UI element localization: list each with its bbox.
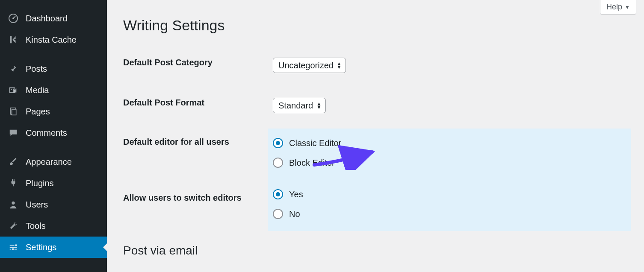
sidebar-item-label: Media: [26, 85, 49, 95]
sidebar-item-label: Settings: [26, 243, 56, 252]
sidebar-item-kinsta-cache[interactable]: Kinsta Cache: [0, 29, 107, 50]
radio-icon: [273, 209, 283, 219]
sidebar-item-label: Users: [26, 200, 48, 210]
sidebar-item-label: Comments: [26, 128, 67, 138]
radio-label: Block Editor: [289, 158, 335, 168]
dashboard-icon: [8, 13, 19, 24]
sidebar-item-users[interactable]: Users: [0, 194, 107, 215]
sidebar-item-tools[interactable]: Tools: [0, 215, 107, 237]
sidebar-item-dashboard[interactable]: Dashboard: [0, 8, 107, 29]
svg-point-6: [12, 202, 15, 205]
main-content: Help ▼ Writing Settings Default Post Cat…: [107, 0, 644, 272]
help-label: Help: [606, 3, 622, 12]
sidebar-item-label: Dashboard: [26, 14, 68, 23]
default-post-format-select[interactable]: Standard: [273, 98, 326, 113]
sidebar-item-label: Plugins: [26, 178, 54, 188]
user-icon: [8, 199, 19, 210]
caret-down-icon: ▼: [625, 4, 630, 10]
help-button[interactable]: Help ▼: [600, 0, 636, 15]
switch-no-option[interactable]: No: [273, 209, 626, 219]
default-post-format-label: Default Post Format: [123, 91, 273, 120]
sidebar-item-label: Appearance: [26, 157, 72, 167]
sidebar-item-pages[interactable]: Pages: [0, 101, 107, 122]
sidebar-item-appearance[interactable]: Appearance: [0, 151, 107, 173]
pages-icon: [8, 106, 19, 117]
radio-label: Yes: [289, 190, 303, 199]
default-post-category-label: Default Post Category: [123, 51, 273, 80]
radio-icon: [273, 189, 283, 199]
sidebar-item-label: Pages: [26, 107, 50, 117]
editor-block-option[interactable]: Block Editor: [273, 158, 626, 168]
page-title: Writing Settings: [123, 17, 631, 34]
radio-label: No: [289, 209, 300, 219]
sliders-icon: [8, 242, 19, 253]
media-icon: [8, 85, 19, 96]
svg-rect-5: [12, 109, 16, 115]
default-editor-label: Default editor for all users: [123, 129, 273, 147]
sidebar-item-comments[interactable]: Comments: [0, 122, 107, 143]
pin-icon: [8, 63, 19, 74]
wrench-icon: [8, 220, 19, 231]
radio-label: Classic Editor: [289, 138, 341, 148]
svg-point-3: [11, 89, 12, 90]
default-post-category-select[interactable]: Uncategorized: [273, 58, 346, 73]
switch-yes-option[interactable]: Yes: [273, 189, 626, 199]
admin-sidebar: Dashboard Kinsta Cache Posts Media Pages…: [0, 0, 107, 272]
plug-icon: [8, 178, 19, 189]
sidebar-item-label: Kinsta Cache: [26, 35, 77, 45]
comment-icon: [8, 127, 19, 138]
sidebar-item-plugins[interactable]: Plugins: [0, 173, 107, 194]
radio-icon: [273, 138, 283, 148]
sidebar-item-label: Tools: [26, 221, 46, 231]
kinsta-icon: [8, 34, 19, 45]
post-via-email-heading: Post via email: [123, 244, 631, 257]
sidebar-item-label: Posts: [26, 64, 47, 74]
editor-settings-highlight: Classic Editor Block Editor Yes No: [268, 129, 631, 231]
radio-icon: [273, 158, 283, 168]
brush-icon: [8, 156, 19, 167]
editor-classic-option[interactable]: Classic Editor: [273, 138, 626, 148]
sidebar-item-posts[interactable]: Posts: [0, 58, 107, 79]
sidebar-item-media[interactable]: Media: [0, 79, 107, 101]
allow-switch-label: Allow users to switch editors: [123, 147, 273, 203]
settings-form-table: Default Post Category Uncategorized ▲▼ D…: [123, 51, 631, 120]
svg-point-1: [12, 18, 14, 19]
sidebar-item-settings[interactable]: Settings: [0, 237, 107, 258]
